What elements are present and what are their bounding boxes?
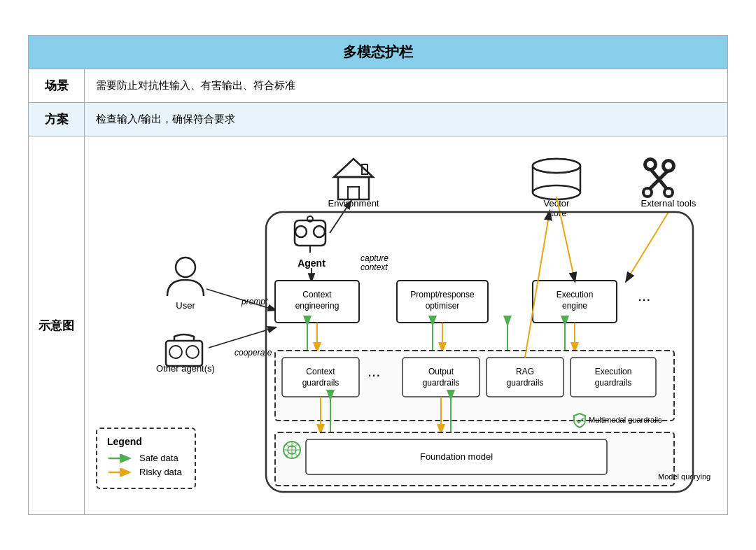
dots-right: ··· — [638, 290, 650, 308]
capture-context-label2: context — [360, 262, 388, 272]
svg-point-19 — [666, 190, 671, 195]
external-tools-label: External tools — [641, 198, 696, 209]
rag-guardrails-label2: guardrails — [507, 378, 544, 388]
execution-engine-label2: engine — [562, 301, 587, 311]
environment-icon — [334, 159, 373, 199]
context-engineering-label2: engineering — [295, 301, 340, 311]
user-icon — [167, 258, 204, 296]
svg-point-9 — [533, 159, 580, 173]
execution-guardrails-label2: guardrails — [595, 378, 632, 388]
solution-label: 方案 — [29, 103, 85, 136]
agent-label: Agent — [298, 258, 326, 269]
svg-rect-45 — [402, 358, 479, 397]
svg-line-59 — [626, 212, 668, 281]
svg-point-14 — [645, 190, 650, 195]
svg-point-23 — [314, 226, 325, 237]
legend-risky: Risky data — [107, 467, 182, 477]
other-agents-label: Other agent(s) — [156, 363, 215, 374]
title-row: 多模态护栏 — [29, 36, 727, 69]
prompt-response-label2: optimiser — [426, 301, 460, 311]
svg-rect-26 — [166, 341, 202, 366]
legend-title: Legend — [107, 436, 182, 447]
scenario-content: 需要防止对抗性输入、有害输出、符合标准 — [85, 69, 727, 102]
model-querying-label: Model querying — [658, 472, 710, 481]
other-agent-icon — [166, 334, 202, 366]
svg-point-25 — [176, 258, 195, 277]
execution-engine-label: Execution — [556, 290, 594, 299]
output-guardrails-label: Output — [428, 367, 454, 376]
diagram-area: Environment Vector store — [85, 136, 727, 514]
user-label: User — [176, 300, 195, 311]
multimodal-guardrails-label: Multimodal guardrails — [589, 416, 662, 424]
main-container: 多模态护栏 场景 需要防止对抗性输入、有害输出、符合标准 方案 检查输入/输出，… — [28, 35, 728, 515]
safe-label: Safe data — [139, 453, 178, 463]
context-guardrails-label2: guardrails — [302, 378, 340, 388]
scenario-row: 场景 需要防止对抗性输入、有害输出、符合标准 — [29, 69, 727, 103]
svg-point-12 — [665, 162, 672, 169]
external-tools-icon — [642, 157, 676, 198]
capture-context-label: capture — [360, 253, 388, 263]
agent-icon — [295, 216, 326, 253]
svg-rect-46 — [486, 358, 564, 397]
prompt-response-label: Prompt/response — [410, 290, 475, 299]
rag-guardrails-label: RAG — [516, 367, 534, 376]
svg-rect-20 — [295, 220, 326, 246]
dots-middle: ··· — [368, 366, 380, 383]
scenario-label: 场景 — [29, 69, 85, 102]
page-title: 多模态护栏 — [343, 44, 413, 59]
prompt-label: prompt — [241, 297, 268, 306]
svg-rect-44 — [282, 358, 359, 397]
context-guardrails-label: Context — [306, 367, 335, 376]
legend-box: Legend Safe data — [96, 428, 196, 489]
vector-store-icon — [533, 159, 580, 199]
svg-point-22 — [295, 226, 307, 237]
environment-label: Environment — [328, 198, 379, 209]
foundation-model-label: Foundation model — [420, 451, 493, 462]
svg-point-27 — [169, 346, 182, 358]
svg-point-28 — [186, 346, 199, 358]
diagram-label: 示意图 — [29, 136, 85, 514]
context-engineering-label: Context — [302, 290, 332, 299]
risky-label: Risky data — [139, 467, 182, 477]
solution-content: 检查输入/输出，确保符合要求 — [85, 103, 727, 136]
risky-arrow — [107, 468, 134, 477]
diagram-row: 示意图 — [29, 136, 727, 514]
execution-guardrails-label: Execution — [595, 367, 632, 376]
safe-arrow — [107, 454, 134, 463]
svg-point-17 — [647, 161, 654, 168]
foundation-model-icon — [284, 442, 300, 458]
output-guardrails-label2: guardrails — [423, 378, 460, 388]
solution-row: 方案 检查输入/输出，确保符合要求 — [29, 103, 727, 136]
legend-safe: Safe data — [107, 453, 182, 463]
svg-rect-47 — [570, 358, 656, 397]
svg-rect-1 — [338, 177, 369, 199]
